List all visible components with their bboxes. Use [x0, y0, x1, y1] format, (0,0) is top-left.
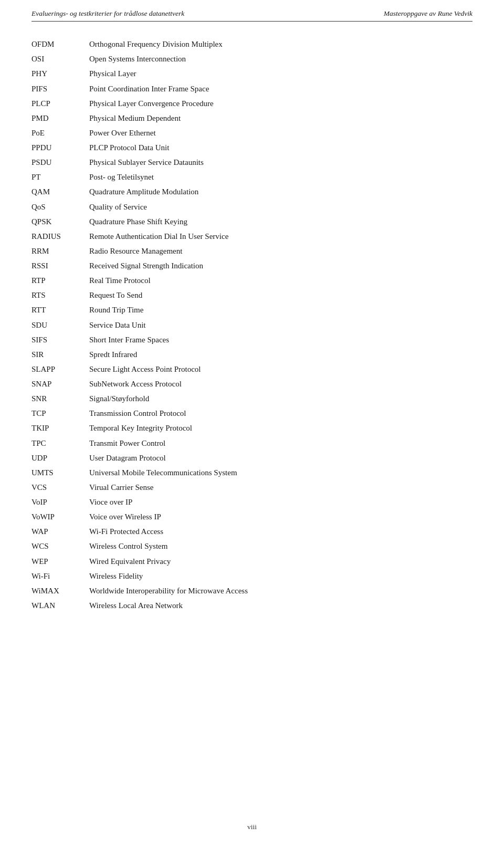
- list-item: RRMRadio Resource Management: [32, 244, 472, 259]
- list-item: OSIOpen Systems Interconnection: [32, 52, 472, 67]
- acronym-definition: PLCP Protocol Data Unit: [89, 141, 472, 155]
- acronym-definition: Transmit Power Control: [89, 436, 472, 451]
- list-item: RTTRound Trip Time: [32, 303, 472, 318]
- acronym-abbr: PoE: [32, 126, 89, 141]
- acronym-abbr: TPC: [32, 436, 89, 451]
- acronym-definition: Point Coordination Inter Frame Space: [89, 81, 472, 96]
- list-item: WLANWireless Local Area Network: [32, 599, 472, 613]
- acronym-definition: Temporal Key Integrity Protocol: [89, 421, 472, 436]
- acronym-abbr: VCS: [32, 480, 89, 495]
- list-item: PTPost- og Teletilsynet: [32, 170, 472, 185]
- acronym-abbr: UDP: [32, 451, 89, 466]
- acronym-definition: Wireless Local Area Network: [89, 599, 472, 613]
- acronym-definition: Physical Layer: [89, 67, 472, 81]
- acronym-abbr: TCP: [32, 406, 89, 421]
- list-item: VCSVirual Carrier Sense: [32, 480, 472, 495]
- list-item: PoEPower Over Ethernet: [32, 126, 472, 141]
- header-right-title: Masteroppgave av Rune Vedvik: [384, 9, 472, 18]
- acronym-table: OFDMOrthogonal Frequency Division Multip…: [32, 37, 472, 613]
- acronym-abbr: VoIP: [32, 495, 89, 510]
- acronym-abbr: SIFS: [32, 333, 89, 348]
- acronym-abbr: SNR: [32, 392, 89, 406]
- acronym-abbr: SLAPP: [32, 362, 89, 377]
- acronym-definition: Service Data Unit: [89, 318, 472, 332]
- acronym-abbr: PLCP: [32, 97, 89, 111]
- page-footer: viii: [0, 823, 504, 831]
- list-item: TPCTransmit Power Control: [32, 436, 472, 451]
- acronym-abbr: RTP: [32, 274, 89, 288]
- page-header: Evaluerings- og testkriterier for trådlo…: [32, 9, 472, 22]
- acronym-abbr: PSDU: [32, 155, 89, 170]
- acronym-definition: Request To Send: [89, 288, 472, 303]
- list-item: PHYPhysical Layer: [32, 67, 472, 81]
- acronym-abbr: WCS: [32, 539, 89, 554]
- list-item: WiMAXWorldwide Interoperability for Micr…: [32, 584, 472, 599]
- list-item: SLAPPSecure Light Access Point Protocol: [32, 362, 472, 377]
- list-item: QoSQuality of Service: [32, 200, 472, 214]
- acronym-definition: Secure Light Access Point Protocol: [89, 362, 472, 377]
- acronym-definition: Physical Layer Convergence Procedure: [89, 97, 472, 111]
- list-item: PSDUPhysical Sublayer Service Dataunits: [32, 155, 472, 170]
- page: Evaluerings- og testkriterier for trådlo…: [0, 0, 504, 847]
- acronym-definition: User Datagram Protocol: [89, 451, 472, 466]
- list-item: UMTSUniversal Mobile Telecommunications …: [32, 466, 472, 480]
- list-item: TKIPTemporal Key Integrity Protocol: [32, 421, 472, 436]
- acronym-definition: Received Signal Strength Indication: [89, 259, 472, 274]
- acronym-definition: Voice over Wireless IP: [89, 510, 472, 525]
- acronym-definition: Quality of Service: [89, 200, 472, 214]
- list-item: RSSIReceived Signal Strength Indication: [32, 259, 472, 274]
- acronym-abbr: QAM: [32, 185, 89, 200]
- acronym-definition: Wireless Fidelity: [89, 569, 472, 584]
- acronym-definition: Worldwide Interoperability for Microwave…: [89, 584, 472, 599]
- acronym-abbr: SDU: [32, 318, 89, 332]
- list-item: SNRSignal/Støyforhold: [32, 392, 472, 406]
- acronym-definition: Round Trip Time: [89, 303, 472, 318]
- acronym-abbr: PIFS: [32, 81, 89, 96]
- acronym-definition: Real Time Protocol: [89, 274, 472, 288]
- list-item: VoWIPVoice over Wireless IP: [32, 510, 472, 525]
- list-item: TCPTransmission Control Protocol: [32, 406, 472, 421]
- acronym-abbr: PMD: [32, 111, 89, 126]
- list-item: SIRSpredt Infrared: [32, 348, 472, 362]
- acronym-definition: Virual Carrier Sense: [89, 480, 472, 495]
- list-item: PIFSPoint Coordination Inter Frame Space: [32, 81, 472, 96]
- acronym-abbr: OSI: [32, 52, 89, 67]
- acronym-abbr: WAP: [32, 525, 89, 539]
- acronym-abbr: RSSI: [32, 259, 89, 274]
- acronym-abbr: OFDM: [32, 37, 89, 52]
- acronym-definition: Signal/Støyforhold: [89, 392, 472, 406]
- acronym-definition: Power Over Ethernet: [89, 126, 472, 141]
- list-item: Wi-FiWireless Fidelity: [32, 569, 472, 584]
- acronym-abbr: WLAN: [32, 599, 89, 613]
- acronym-definition: Wi-Fi Protected Access: [89, 525, 472, 539]
- list-item: PPDUPLCP Protocol Data Unit: [32, 141, 472, 155]
- acronym-definition: SubNetwork Access Protocol: [89, 377, 472, 392]
- acronym-definition: Radio Resource Management: [89, 244, 472, 259]
- acronym-abbr: QPSK: [32, 215, 89, 229]
- list-item: QAMQuadrature Amplitude Modulation: [32, 185, 472, 200]
- list-item: PMDPhysical Medium Dependent: [32, 111, 472, 126]
- acronym-definition: Open Systems Interconnection: [89, 52, 472, 67]
- list-item: SIFSShort Inter Frame Spaces: [32, 333, 472, 348]
- acronym-definition: Universal Mobile Telecommunications Syst…: [89, 466, 472, 480]
- list-item: VoIPVioce over IP: [32, 495, 472, 510]
- acronym-abbr: PT: [32, 170, 89, 185]
- list-item: UDPUser Datagram Protocol: [32, 451, 472, 466]
- list-item: WEPWired Equivalent Privacy: [32, 554, 472, 569]
- acronym-abbr: WiMAX: [32, 584, 89, 599]
- acronym-abbr: VoWIP: [32, 510, 89, 525]
- acronym-definition: Short Inter Frame Spaces: [89, 333, 472, 348]
- list-item: PLCPPhysical Layer Convergence Procedure: [32, 97, 472, 111]
- acronym-definition: Transmission Control Protocol: [89, 406, 472, 421]
- acronym-abbr: RADIUS: [32, 229, 89, 244]
- list-item: SDUService Data Unit: [32, 318, 472, 332]
- acronym-definition: Post- og Teletilsynet: [89, 170, 472, 185]
- acronym-abbr: Wi-Fi: [32, 569, 89, 584]
- acronym-definition: Physical Medium Dependent: [89, 111, 472, 126]
- header-left-title: Evaluerings- og testkriterier for trådlo…: [32, 9, 184, 18]
- acronym-definition: Wired Equivalent Privacy: [89, 554, 472, 569]
- list-item: RTSRequest To Send: [32, 288, 472, 303]
- acronym-abbr: UMTS: [32, 466, 89, 480]
- acronym-abbr: WEP: [32, 554, 89, 569]
- list-item: RADIUSRemote Authentication Dial In User…: [32, 229, 472, 244]
